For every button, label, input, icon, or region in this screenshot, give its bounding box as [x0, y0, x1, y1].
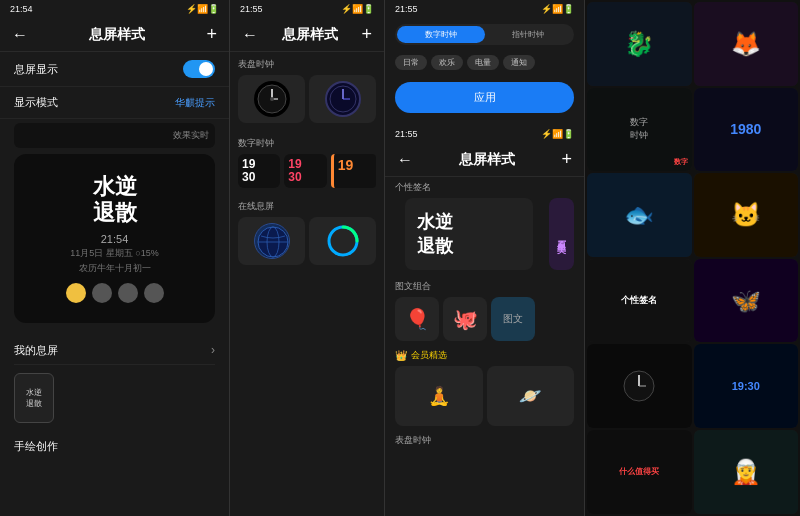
add-button-1[interactable]: +: [206, 24, 217, 45]
time-3: 21:55: [395, 4, 418, 14]
screen-thumb-item[interactable]: 水逆 退散: [14, 373, 54, 423]
setting-label-display: 息屏显示: [14, 62, 58, 77]
digital-clock-2[interactable]: 1930: [284, 154, 326, 188]
online-item-ring[interactable]: [309, 217, 376, 265]
status-icons-1: ⚡📶🔋: [186, 4, 219, 14]
status-bar-3: 21:55 ⚡📶🔋: [385, 0, 584, 18]
panel2-content: 表盘时钟: [230, 52, 384, 265]
analog-clock-2: [325, 81, 361, 117]
apply-button[interactable]: 应用: [395, 82, 574, 113]
analog-clock-1: [254, 81, 290, 117]
gallery-content-2: 🦊: [694, 2, 799, 86]
personal-display-side[interactable]: 石原 里美: [549, 198, 574, 270]
brand-label: 什么值得买: [619, 466, 659, 477]
preview-icons: [66, 283, 164, 303]
clock-face-title: 表盘时钟: [238, 52, 376, 75]
gallery-item-1[interactable]: 🐉: [587, 2, 692, 86]
tab-selector: 数字时钟 指针时钟: [395, 24, 574, 45]
back-button-1[interactable]: ←: [12, 26, 28, 44]
panel3-top: 数字时钟 指针时钟 日常 欢乐 电量 通知 应用: [385, 24, 584, 125]
my-screen-label: 我的息屏: [14, 343, 58, 358]
filter-battery[interactable]: 电量: [467, 55, 499, 70]
fox-icon: 🦊: [731, 30, 761, 58]
time-3b: 21:55: [395, 129, 418, 139]
personal-title: 个性签名: [385, 177, 584, 198]
digital-clock-3[interactable]: 19: [331, 154, 376, 188]
gallery-item-5[interactable]: 🐟: [587, 173, 692, 257]
back-button-3[interactable]: ←: [397, 151, 413, 169]
gallery-item-11[interactable]: 什么值得买: [587, 430, 692, 514]
gallery-content-1: 🐉: [587, 2, 692, 86]
clock-section-title: 表盘时钟: [385, 430, 584, 451]
my-screen-row[interactable]: 我的息屏 ›: [14, 337, 215, 365]
gallery-item-3[interactable]: 数字时钟 数字: [587, 88, 692, 172]
status-bar-1: 21:54 ⚡📶🔋: [0, 0, 229, 18]
emoji-section: 图文组合 🎈 🐙 图文: [385, 276, 584, 345]
cat-icon: 🐱: [731, 201, 761, 229]
digital-clock-1[interactable]: 1930: [238, 154, 280, 188]
dragon-icon: 🐉: [624, 30, 654, 58]
toggle-display[interactable]: [183, 60, 215, 78]
emoji-grid: 🎈 🐙 图文: [395, 297, 574, 341]
personal-label: 个性签名: [621, 294, 657, 307]
filter-daily[interactable]: 日常: [395, 55, 427, 70]
phone-preview: 水逆 退散 21:54 11月5日 星期五 ○15% 农历牛年十月初一: [14, 154, 215, 323]
preview-time: 21:54: [101, 233, 129, 245]
online-item-globe[interactable]: [238, 217, 305, 265]
gallery-item-2[interactable]: 🦊: [694, 2, 799, 86]
gallery-content-6: 🐱: [694, 173, 799, 257]
gallery-content-7: 个性签名: [587, 259, 692, 343]
panel-main-settings: 21:54 ⚡📶🔋 ← 息屏样式 + 息屏显示 显示模式 华麒提示 效果实时 水…: [0, 0, 230, 516]
gallery-content-12: 🧝: [694, 430, 799, 514]
preview-label: 效果实时: [14, 123, 215, 148]
gallery-content-10: 19:30: [694, 344, 799, 428]
member-item-2[interactable]: 🪐: [487, 366, 575, 426]
member-item-1[interactable]: 🧘: [395, 366, 483, 426]
time-2: 21:55: [240, 4, 263, 14]
add-button-3[interactable]: +: [561, 149, 572, 170]
gallery-content-11: 什么值得买: [587, 430, 692, 514]
year-display: 1980: [730, 121, 761, 137]
gallery-item-4[interactable]: 1980: [694, 88, 799, 172]
clock-face-item-2[interactable]: [309, 75, 376, 123]
clock-face-item-1[interactable]: [238, 75, 305, 123]
member-section: 👑 会员精选 🧘 🪐: [385, 345, 584, 430]
globe-display: [254, 223, 290, 259]
header-3b: ← 息屏样式 +: [385, 143, 584, 177]
page-title-2: 息屏样式: [282, 26, 338, 44]
header-1: ← 息屏样式 +: [0, 18, 229, 52]
personal-main-text: 水逆 退散: [417, 210, 521, 258]
gallery-item-10[interactable]: 19:30: [694, 344, 799, 428]
gallery-content-9: [587, 344, 692, 428]
personal-display-main[interactable]: 水逆 退散: [405, 198, 533, 270]
digital-clock-row: 1930 1930 19: [238, 154, 376, 188]
time-display: 19:30: [732, 380, 760, 392]
emoji-item-2[interactable]: 🐙: [443, 297, 487, 341]
elf-icon: 🧝: [731, 458, 761, 486]
gallery-item-7[interactable]: 个性签名: [587, 259, 692, 343]
gallery-item-12[interactable]: 🧝: [694, 430, 799, 514]
hand-create-label[interactable]: 手绘创作: [0, 431, 229, 462]
member-title: 会员精选: [411, 349, 447, 362]
panel3-bottom: 21:55 ⚡📶🔋 ← 息屏样式 + 个性签名 水逆 退散 石原 里美 图文组合…: [385, 125, 584, 451]
preview-date2: 农历牛年十月初一: [79, 262, 151, 275]
tab-analog-clock[interactable]: 指针时钟: [485, 26, 573, 43]
status-icons-3: ⚡📶🔋: [541, 4, 574, 14]
gallery-item-6[interactable]: 🐱: [694, 173, 799, 257]
filter-notify[interactable]: 通知: [503, 55, 535, 70]
tab-digital-clock[interactable]: 数字时钟: [397, 26, 485, 43]
add-button-2[interactable]: +: [361, 24, 372, 45]
gallery-item-9[interactable]: [587, 344, 692, 428]
back-button-2[interactable]: ←: [242, 26, 258, 44]
emoji-item-1[interactable]: 🎈: [395, 297, 439, 341]
setting-row-mode[interactable]: 显示模式 华麒提示: [0, 87, 229, 119]
page-title-1: 息屏样式: [89, 26, 145, 44]
gallery-item-8[interactable]: 🦋: [694, 259, 799, 343]
page-title-3: 息屏样式: [459, 151, 515, 169]
gallery-content-5: 🐟: [587, 173, 692, 257]
emoji-item-3[interactable]: 图文: [491, 297, 535, 341]
screen-thumb-area: 水逆 退散: [14, 373, 215, 423]
filter-fun[interactable]: 欢乐: [431, 55, 463, 70]
status-bar-3b: 21:55 ⚡📶🔋: [385, 125, 584, 143]
panel-clock-styles: 21:55 ⚡📶🔋 ← 息屏样式 + 表盘时钟: [230, 0, 385, 516]
